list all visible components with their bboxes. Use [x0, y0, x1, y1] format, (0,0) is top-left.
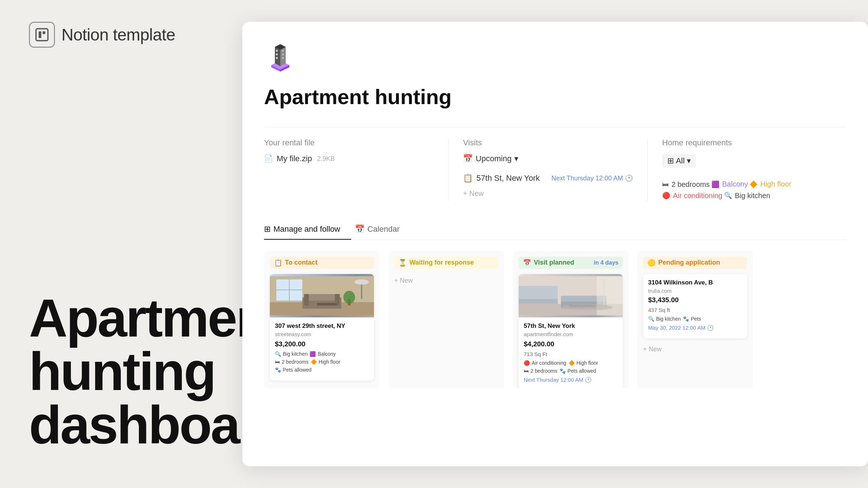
- visits-add-new[interactable]: + New: [463, 187, 633, 201]
- apt-price-307: $3,200.00: [275, 340, 369, 348]
- svg-point-26: [354, 279, 369, 284]
- notion-logo-area: Notion template: [29, 22, 213, 48]
- clock-icon: 🕐: [625, 175, 633, 182]
- page-title: Apartment hunting: [264, 85, 846, 109]
- home-req-filter[interactable]: ⊞ All ▾: [662, 154, 696, 168]
- notion-template-label: Notion template: [61, 25, 175, 44]
- svg-rect-7: [276, 50, 278, 52]
- filter-icon: ⊞: [667, 156, 674, 166]
- visit-row[interactable]: 📋 57th St, New York Next Thursday 12:00 …: [463, 170, 633, 187]
- apt-site-57th: apartmentfinder.com: [524, 331, 618, 337]
- home-requirements-section: Home requirements ⊞ All ▾ 🛏 2 bedrooms 🟪…: [647, 138, 846, 201]
- apt-site-307: streeteasy.com: [275, 331, 369, 337]
- table-icon: ⊞: [264, 224, 271, 234]
- req-balcony: 🟪 Balcony: [711, 179, 748, 190]
- svg-rect-22: [317, 303, 337, 305]
- pending-address: 3104 Wilkinson Ave, B: [648, 279, 742, 286]
- req-ac: 🔴 Air conditioning: [662, 190, 723, 201]
- chevron-down-icon: ▾: [514, 154, 518, 163]
- info-sections: Your rental file 📄 My file.zip 2.9KB Vis…: [264, 127, 846, 201]
- apt-card-307[interactable]: 307 west 29th street, NY streeteasy.com …: [270, 274, 374, 381]
- svg-rect-11: [282, 53, 284, 55]
- col-header-pending: 🟡 Pending application: [643, 257, 747, 269]
- pending-sqft: 437 Sq ft: [648, 307, 742, 313]
- pending-add-new[interactable]: + New: [643, 343, 747, 356]
- rental-file-section: Your rental file 📄 My file.zip 2.9KB: [264, 138, 448, 201]
- pending-site: trulia.com: [648, 288, 742, 294]
- svg-marker-4: [275, 47, 280, 66]
- tab-calendar[interactable]: 📅 Calendar: [355, 219, 410, 240]
- calendar-tab-icon: 📅: [355, 224, 365, 234]
- kanban-col-visit-planned: 📅 Visit planned in 4 days: [513, 251, 629, 388]
- notion-icon: [29, 22, 55, 48]
- file-size: 2.9KB: [317, 155, 335, 163]
- file-name: My file.zip: [277, 154, 312, 163]
- notion-panel: Apartment hunting Your rental file 📄 My …: [242, 22, 868, 466]
- apt-tags-307: 🔍Big kitchen 🟪Balcony 🛏2 bedrooms 🔶High …: [275, 351, 369, 373]
- rental-file-title: Your rental file: [264, 138, 434, 147]
- apt-price-57th: $4,200.00: [524, 340, 618, 348]
- col-header-to-contact: 📋 To contact: [270, 257, 374, 269]
- visits-filter-dropdown[interactable]: 📅 Upcoming ▾: [463, 154, 633, 163]
- svg-rect-12: [282, 57, 284, 59]
- visits-title: Visits: [463, 138, 633, 147]
- svg-rect-8: [276, 53, 278, 55]
- svg-marker-5: [280, 47, 286, 66]
- waiting-emoji: ⏳: [399, 259, 407, 267]
- chevron-icon: ▾: [687, 156, 691, 166]
- app-icon: [264, 40, 846, 74]
- req-kitchen: 🔍 Big kitchen: [724, 190, 770, 201]
- kanban-col-pending: 🟡 Pending application 3104 Wilkinson Ave…: [637, 251, 753, 388]
- visit-icon: 📋: [463, 174, 473, 183]
- apt-card-57th[interactable]: 57th St, New York apartmentfinder.com $4…: [519, 274, 623, 388]
- apt-tags-57th: 🔴Air conditioning 🔶High floor 🛏2 bedroom…: [524, 360, 618, 374]
- pending-emoji: 🟡: [647, 259, 655, 267]
- svg-rect-19: [304, 294, 340, 300]
- apt-card-3104[interactable]: 3104 Wilkinson Ave, B trulia.com $3,435.…: [643, 274, 747, 338]
- svg-rect-20: [304, 294, 309, 305]
- tabs-bar: ⊞ Manage and follow 📅 Calendar: [264, 219, 846, 240]
- visits-filter-label: Upcoming: [476, 154, 511, 163]
- kanban-col-to-contact: 📋 To contact: [264, 251, 380, 388]
- tab-manage[interactable]: ⊞ Manage and follow: [264, 219, 351, 240]
- svg-point-36: [561, 304, 613, 311]
- to-contact-emoji: 📋: [274, 259, 282, 267]
- kanban-col-waiting: ⏳ Waiting for response + New: [388, 251, 504, 388]
- visits-section: Visits 📅 Upcoming ▾ 📋 57th St, New York …: [448, 138, 647, 201]
- apt-address-57th: 57th St, New York: [524, 322, 618, 330]
- svg-rect-0: [36, 29, 48, 41]
- visit-location: 57th St, New York: [476, 174, 540, 183]
- pending-price: $3,435.00: [648, 296, 742, 304]
- req-highfloor: 🔶 High floor: [749, 179, 791, 190]
- home-req-title: Home requirements: [662, 138, 832, 147]
- pending-tags: 🔍Big kitchen 🐾Pets: [648, 316, 742, 322]
- to-contact-add-new[interactable]: + New: [270, 385, 374, 388]
- col-header-visit-planned: 📅 Visit planned in 4 days: [519, 257, 623, 269]
- svg-rect-10: [282, 50, 284, 52]
- apt-address-307: 307 west 29th street, NY: [275, 322, 369, 330]
- in-days-badge: in 4 days: [594, 260, 618, 266]
- apt-date-57th: Next Thursday 12:00 AM 🕐: [524, 377, 618, 383]
- left-panel: Notion template Apartment hunting dashbo…: [0, 0, 242, 488]
- file-icon: 📄: [264, 154, 273, 163]
- apt-sqft-57th: 713 Sq Ft: [524, 351, 618, 357]
- visit-date: Next Thursday 12:00 AM 🕐: [552, 174, 633, 182]
- apt-card-img-modern: [519, 274, 623, 317]
- svg-point-24: [343, 291, 355, 304]
- req-bedrooms: 🛏 2 bedrooms: [662, 179, 710, 190]
- visit-planned-emoji: 📅: [523, 259, 531, 267]
- pending-date: May 30, 2022 12:00 AM 🕐: [648, 325, 742, 331]
- waiting-add-new[interactable]: + New: [394, 274, 498, 287]
- kanban-board: 📋 To contact: [264, 251, 846, 388]
- apt-card-img-living: [270, 274, 374, 317]
- col-header-waiting: ⏳ Waiting for response: [394, 257, 498, 269]
- svg-rect-9: [276, 57, 278, 59]
- svg-rect-25: [361, 283, 362, 299]
- svg-rect-30: [519, 286, 558, 299]
- file-item[interactable]: 📄 My file.zip 2.9KB: [264, 154, 434, 163]
- calendar-icon: 📅: [463, 154, 473, 163]
- req-list: 🛏 2 bedrooms 🟪 Balcony 🔶 High floor 🔴 Ai…: [662, 179, 832, 201]
